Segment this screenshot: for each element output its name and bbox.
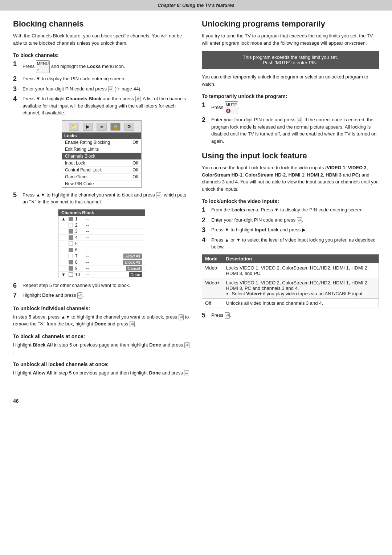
ch-check-6 xyxy=(69,248,73,252)
channels-block-screenshot: Channels Block ▲ 1 -- 2 -- 3 -- xyxy=(58,209,145,278)
ch-row-5: 5 -- xyxy=(58,241,145,247)
to-block-all-title: To block all channels at once: xyxy=(13,333,190,339)
page-number: 46 xyxy=(0,395,392,407)
locks-row-2: Edit Rating Limits xyxy=(62,146,141,153)
channels-block-header: Channels Block xyxy=(58,210,145,216)
step-7: 7 Highlight Done and press ⏎. xyxy=(13,292,190,300)
ch-row-4: 4 -- xyxy=(58,235,145,241)
to-unblock-all-title: To unblock all locked channels at once: xyxy=(13,361,190,367)
table-row-off: Off Unlocks all video inputs and channel… xyxy=(202,298,379,308)
enter-icon-2: ⏎ xyxy=(135,96,140,102)
step-4: 4 Press ▼ to highlight Channels Block an… xyxy=(13,95,190,117)
enter-icon-11: ⏎ xyxy=(225,312,230,319)
icon-lock-selected: 🔒 xyxy=(110,123,121,131)
locks-row-pin: New PIN Code xyxy=(62,181,141,187)
icon-gear: ⚙ xyxy=(124,123,134,131)
to-lock-unlock-title: To lock/unlock the video inputs: xyxy=(202,198,379,204)
ch-row-9: 9 -- Cancel xyxy=(58,266,145,272)
ch-row-3: 3 -- xyxy=(58,228,145,235)
description-header: Description xyxy=(223,254,379,263)
locks-row-input-lock: Input LockOff xyxy=(62,160,141,167)
input-lock-title: Using the input lock feature xyxy=(202,151,379,161)
to-unblock-individual-text: In step 5 above, press ▲▼ to highlight t… xyxy=(13,313,190,328)
mode-header: Mode xyxy=(202,254,223,263)
ch-check-8 xyxy=(69,260,73,264)
lock-step-1: 1 From the Locks menu, Press ▼ to displa… xyxy=(202,206,379,214)
to-block-all-text: Highlight Block All in step 5 on previou… xyxy=(13,341,190,356)
to-block-channels-title: To block channels: xyxy=(13,52,190,58)
locks-menu-section-label: Locks xyxy=(62,133,141,139)
locks-row-control-panel: Control Panel LockOff xyxy=(62,167,141,174)
locks-menu-screenshot: 📁 ▶ ≡ 🔒 ⚙ Locks Enable Rating BlockingOf… xyxy=(62,120,142,188)
mute-icon: MUTE🔇 xyxy=(225,101,238,114)
table-row-videoplus: Video+ Locks VIDEO 1, VIDEO 2, ColorStre… xyxy=(202,278,379,298)
to-temporarily-unlock-title: To temporarily unlock the program: xyxy=(202,93,379,99)
desc-video: Locks VIDEO 1, VIDEO 2, ColorStream HD1/… xyxy=(223,263,379,278)
mode-table: Mode Description Video Locks VIDEO 1, VI… xyxy=(202,254,379,308)
ch-check-up xyxy=(69,217,73,221)
lock-step-4: 4 Press ▲ or ▼ to select the level of vi… xyxy=(202,236,379,251)
lock-unlock-steps: 1 From the Locks menu, Press ▼ to displa… xyxy=(202,206,379,251)
lock-step-3: 3 Press ▼ to highlight Input Lock and pr… xyxy=(202,226,379,234)
enter-icon-8: ⏎ xyxy=(184,370,189,376)
unlocking-programs-intro: If you try to tune the TV to a program t… xyxy=(202,32,379,46)
unlocking-programs-title: Unlocking programs temporarily xyxy=(202,19,379,29)
enter-icon-10: ⏎ xyxy=(297,217,302,223)
allow-all-button: Allow All xyxy=(123,254,142,259)
desc-videoplus: Locks VIDEO 1, VIDEO 2, ColorStream HD1/… xyxy=(223,278,379,298)
videoplus-bullet: Select Video+ if you play video tapes vi… xyxy=(232,291,376,296)
icon-list: ≡ xyxy=(97,123,107,131)
menu-icon: MENU⌂ xyxy=(36,60,50,73)
enter-icon-1: ⏎ xyxy=(108,86,113,92)
ch-check-5 xyxy=(69,242,73,246)
icon-folder: 📁 xyxy=(69,123,79,131)
locks-row-1: Enable Rating BlockingOff xyxy=(62,139,141,146)
ch-row-6: 6 -- xyxy=(58,247,145,253)
done-button: Done xyxy=(129,272,142,277)
page-header: Chapter 6: Using the TV's features xyxy=(0,0,392,11)
ch-check-2 xyxy=(69,223,73,227)
lock-step-5: 5 Press ⏎. xyxy=(202,312,379,320)
to-unblock-all-text: Highlight Allow All in step 5 on previou… xyxy=(13,369,190,384)
block-channels-steps: 1 Press MENU⌂ and highlight the Locks me… xyxy=(13,60,190,117)
mode-videoplus: Video+ xyxy=(202,278,223,298)
mode-off: Off xyxy=(202,298,223,308)
unlock-step-2: 2 Enter your four-digit PIN code and pre… xyxy=(202,116,379,145)
table-row-video: Video Locks VIDEO 1, VIDEO 2, ColorStrea… xyxy=(202,263,379,278)
right-column: Unlocking programs temporarily If you tr… xyxy=(202,19,379,386)
chapter-title: Chapter 6: Using the TV's features xyxy=(158,3,234,8)
block-channels-steps-3: 6 Repeat step 5 for other channels you w… xyxy=(13,282,190,300)
ch-row-8: 8 -- Block All xyxy=(58,259,145,266)
lock-steps-final: 5 Press ⏎. xyxy=(202,312,379,320)
step-5: 5 Press ▲▼ to highlight the channel you … xyxy=(13,191,190,206)
mode-video: Video xyxy=(202,263,223,278)
enter-icon-5: ⏎ xyxy=(179,314,184,320)
unlocking-programs-mid: You can either temporarily unlock the pr… xyxy=(202,73,379,88)
ch-row-scroll-up: ▲ 1 -- xyxy=(58,216,145,222)
step-1: 1 Press MENU⌂ and highlight the Locks me… xyxy=(13,60,190,73)
enter-icon-3: ⏎ xyxy=(156,192,161,198)
to-unblock-individual-title: To unblock individual channels: xyxy=(13,305,190,311)
enter-icon-9: ⏎ xyxy=(297,117,302,123)
ch-check-9 xyxy=(69,266,73,271)
ch-check-7 xyxy=(69,254,73,258)
ch-check-3 xyxy=(69,229,73,234)
step-2: 2 Press ▼ to display the PIN code enteri… xyxy=(13,75,190,83)
locks-row-gametimer: GameTimerOff xyxy=(62,174,141,181)
input-lock-intro: You can use the Input Lock feature to lo… xyxy=(202,164,379,193)
lock-step-2: 2 Enter your four-digit PIN code and pre… xyxy=(202,216,379,224)
ch-check-10 xyxy=(69,272,73,277)
cancel-button: Cancel xyxy=(126,266,142,271)
unlock-program-steps: 1 Press MUTE🔇. 2 Enter your four-digit P… xyxy=(202,101,379,145)
enter-icon-4: ⏎ xyxy=(77,292,82,299)
alert-line1: This program exceeds the rating limit yo… xyxy=(243,54,338,60)
ch-row-7: 7 -- Allow All xyxy=(58,253,145,259)
alert-box: This program exceeds the rating limit yo… xyxy=(202,51,379,69)
block-all-button: Block All xyxy=(123,260,142,265)
unlock-step-1: 1 Press MUTE🔇. xyxy=(202,101,379,114)
blocking-channels-title: Blocking channels xyxy=(13,19,190,29)
locks-menu-icons-row: 📁 ▶ ≡ 🔒 ⚙ xyxy=(62,121,141,133)
alert-line2: Push 'MUTE' to enter PIN. xyxy=(263,60,318,65)
enter-icon-6: ⏎ xyxy=(130,321,135,327)
ch-check-4 xyxy=(69,235,73,240)
